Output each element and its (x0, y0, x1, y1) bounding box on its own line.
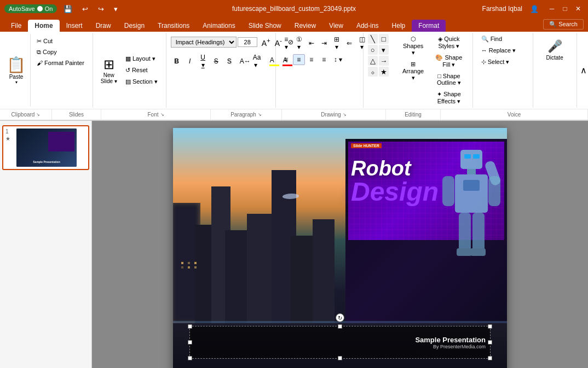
tab-draw[interactable]: Draw (89, 20, 118, 32)
slides-label-cell[interactable]: Slides (52, 109, 101, 120)
tab-review[interactable]: Review (288, 20, 322, 32)
handle-top-right[interactable] (488, 324, 492, 329)
handle-top-middle[interactable] (338, 324, 342, 329)
shape-star-button[interactable]: ★ (379, 67, 389, 77)
tab-transitions[interactable]: Transitions (151, 20, 196, 32)
change-case-button[interactable]: Aa ▾ (250, 52, 262, 71)
handle-middle-right[interactable] (488, 340, 492, 344)
window-controls: ─ □ ✕ (546, 3, 584, 14)
tab-slideshow[interactable]: Slide Show (242, 20, 288, 32)
italic-button[interactable]: I (184, 56, 196, 67)
tab-help[interactable]: Help (385, 20, 412, 32)
text-box-selected[interactable]: ↻ Sample Presentation By PresenterMedia.… (189, 326, 491, 359)
select-button[interactable]: ⊹ Select ▾ (477, 57, 528, 67)
replace-button[interactable]: ↔ Replace ▾ (477, 45, 528, 56)
align-right-button[interactable]: ≡ (305, 54, 318, 65)
maximize-button[interactable]: □ (560, 3, 570, 14)
clipboard-group: 📋 Paste ▾ ✂ Cut ⧉ Copy 🖌 Format Painter (0, 33, 93, 108)
tab-home[interactable]: Home (28, 20, 59, 32)
decrease-indent-button[interactable]: ⇤ (305, 38, 318, 49)
font-controls: Impact (Headings) A+ A- ⊘ B I U ▾ S S A↔… (171, 34, 271, 73)
shape-oval-button[interactable]: ○ (368, 45, 378, 55)
more-quick-access-button[interactable]: ▾ (111, 4, 121, 14)
layout-button[interactable]: ▦ Layout ▾ (122, 54, 162, 64)
section-button[interactable]: ▤ Section ▾ (122, 77, 162, 87)
tab-addins[interactable]: Add-ins (350, 20, 385, 32)
drawing-label-cell[interactable]: Drawing ↘ (282, 109, 386, 120)
tab-design[interactable]: Design (118, 20, 151, 32)
handle-middle-left[interactable] (188, 340, 192, 344)
increase-indent-button[interactable]: ⇥ (318, 38, 330, 49)
tab-animations[interactable]: Animations (196, 20, 241, 32)
handle-bottom-middle[interactable] (338, 356, 342, 360)
line-spacing-button[interactable]: ↕ ▾ (331, 54, 345, 65)
copy-button[interactable]: ⧉ Copy (33, 47, 88, 57)
editing-label-cell[interactable]: Editing (386, 109, 441, 120)
collapse-ribbon-button[interactable]: ∧ (577, 64, 588, 77)
arrange-button[interactable]: ⊞ Arrange ▾ (399, 59, 428, 83)
char-spacing-button[interactable]: A↔ (237, 56, 249, 67)
redo-button[interactable]: ↪ (95, 4, 107, 14)
quick-styles-button[interactable]: ◈ Quick Styles ▾ (430, 34, 468, 51)
close-button[interactable]: ✕ (573, 3, 584, 14)
align-center-button[interactable]: ≡ (293, 54, 305, 65)
font-label-cell[interactable]: Font ↘ (101, 109, 211, 120)
shape-rect-button[interactable]: □ (379, 34, 389, 44)
handle-bottom-left[interactable] (188, 356, 192, 360)
slide-canvas[interactable]: Slide HUNTER Robot Design (173, 128, 507, 368)
shape-callout-button[interactable]: ⬦ (368, 67, 378, 77)
shape-fill-button[interactable]: 🎨 Shape Fill ▾ (430, 52, 468, 70)
clipboard-label-cell[interactable]: Clipboard ↘ (0, 109, 52, 120)
shapes-button[interactable]: ⬡ Shapes ▾ (399, 34, 428, 58)
autosave-toggle-dot (37, 6, 43, 11)
shape-line-button[interactable]: ╲ (368, 34, 378, 44)
new-slide-button[interactable]: ⊞ New Slide ▾ (97, 56, 120, 85)
canvas-area[interactable]: Slide HUNTER Robot Design (92, 121, 588, 368)
shape-outline-button[interactable]: □ Shape Outline ▾ (430, 71, 468, 88)
font-family-select[interactable]: Impact (Headings) (171, 37, 237, 48)
autosave-toggle[interactable]: AutoSave On (4, 4, 57, 13)
tab-view[interactable]: View (322, 20, 350, 32)
paste-arrow: ▾ (15, 80, 18, 85)
tab-file[interactable]: File (4, 20, 28, 32)
paragraph-label-cell[interactable]: Paragraph ↘ (211, 109, 282, 120)
rotate-handle[interactable]: ↻ (336, 313, 344, 322)
tab-insert[interactable]: Insert (60, 20, 89, 32)
tab-format[interactable]: Format (412, 20, 446, 32)
handle-bottom-right[interactable] (488, 356, 492, 360)
format-painter-button[interactable]: 🖌 Format Painter (33, 58, 88, 68)
reset-button[interactable]: ↺ Reset (122, 65, 162, 75)
numbering-button[interactable]: ① ▾ (293, 34, 305, 52)
search-ribbon-btn[interactable]: 🔍 Search (543, 19, 584, 30)
font-increase-button[interactable]: A+ (258, 35, 270, 49)
bold-button[interactable]: B (171, 56, 183, 67)
slide-thumbnail-1[interactable]: 1 ★ Sample Presentation (2, 125, 89, 170)
columns-button[interactable]: ⊞ ▾ (331, 34, 343, 52)
dictate-button[interactable]: 🎤 Dictate (538, 34, 571, 66)
shape-more-button[interactable]: ▾ (379, 45, 389, 55)
save-button[interactable]: 💾 (60, 4, 76, 14)
undo-button[interactable]: ↩ (79, 4, 91, 14)
account-button[interactable]: 👤 (527, 4, 542, 14)
shadow-button[interactable]: S (223, 56, 235, 67)
cut-button[interactable]: ✂ Cut (33, 36, 88, 46)
paste-button[interactable]: 📋 Paste ▾ (2, 34, 31, 107)
underline-button[interactable]: U ▾ (197, 52, 209, 71)
strikethrough-button[interactable]: S (210, 56, 222, 67)
clipboard-sub-btns: ✂ Cut ⧉ Copy 🖌 Format Painter (31, 34, 90, 107)
font-size-input[interactable] (238, 37, 257, 47)
paragraph-label: Paragraph (230, 112, 256, 118)
brand-label: Slide HUNTER (351, 143, 382, 148)
shape-arrow-button[interactable]: → (379, 56, 389, 66)
voice-label-cell[interactable]: Voice (441, 109, 588, 120)
minimize-button[interactable]: ─ (546, 3, 557, 14)
find-button[interactable]: 🔍 Find (477, 34, 528, 44)
justify-button[interactable]: ≡ (318, 54, 330, 65)
shape-triangle-button[interactable]: △ (368, 56, 378, 66)
text-direction-button[interactable]: ⇐ (343, 38, 355, 49)
handle-top-left[interactable] (188, 324, 192, 329)
paste-icon: 📋 (7, 56, 26, 74)
bullets-button[interactable]: ≡ ▾ (280, 34, 292, 52)
shape-effects-button[interactable]: ✦ Shape Effects ▾ (430, 89, 468, 107)
align-left-button[interactable]: ≡ (280, 54, 292, 65)
